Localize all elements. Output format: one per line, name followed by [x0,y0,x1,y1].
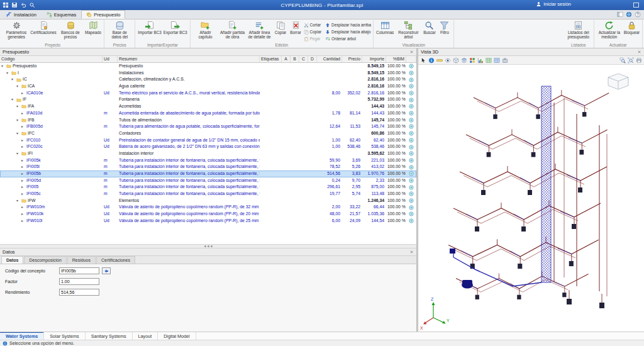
expander-icon[interactable]: ▸ [21,177,25,184]
budget-row-ifi005[interactable]: ▸IFI005mTubería para instalación interio… [0,184,416,191]
base-de-datos-del-proyecto-button[interactable]: Base de datos del proyecto [106,20,133,40]
budget-row-ifb[interactable]: ▾IFBTubos de alimentación145,74100.00 % [0,117,416,124]
row-plus-icon[interactable] [409,151,414,156]
bottom-tab-layout[interactable]: Layout [133,332,158,340]
rendimiento-input[interactable] [59,289,99,296]
certificaciones-button[interactable]: Certificaciones [30,20,57,36]
anadir-partida-de-obra-button[interactable]: Añadir partida de obra [219,20,246,40]
expander-icon[interactable]: ▸ [21,137,25,144]
expander-icon[interactable]: ▾ [16,130,20,137]
budget-row-ica[interactable]: ▾ICAAgua caliente2.816,16100.00 % [0,83,416,90]
row-plus-icon[interactable] [409,158,414,163]
row-plus-icon[interactable] [409,118,414,123]
tab-presupuesto[interactable]: Presupuesto [81,10,125,19]
expander-icon[interactable]: ▾ [11,76,15,83]
row-plus-icon[interactable] [409,198,414,203]
col-header-codigo[interactable]: Código [0,56,103,62]
factor-input[interactable] [59,278,99,285]
budget-row-ifc[interactable]: ▾IFCContadores600,86100.00 % [0,130,416,137]
bottom-tab-sanitary-systems[interactable]: Sanitary Systems [86,332,133,340]
col-header-ud[interactable]: Ud [103,56,118,62]
cortar-button[interactable]: Cortar [304,23,322,28]
codigo-del-concepto-input[interactable] [59,267,99,274]
copiar-button[interactable]: Copiar [274,20,288,36]
reconstruir-arbol-button[interactable]: Reconstruir árbol [395,20,421,40]
row-plus-icon[interactable] [409,185,414,190]
row-plus-icon[interactable] [409,111,414,116]
expander-icon[interactable]: ▾ [16,150,20,157]
importar-bc3-button[interactable]: Importar BC3 [137,20,162,36]
listados-del-presupuesto-button[interactable]: Listados del presupuesto [565,20,592,40]
bluegrid-button[interactable] [494,57,500,64]
window-widget-icon[interactable] [633,3,639,8]
datos-tab-descomposicion[interactable]: Descomposición [24,256,66,264]
chart-button[interactable] [477,57,484,64]
row-plus-icon[interactable] [409,124,414,129]
expander-icon[interactable]: ▸ [21,191,25,198]
expander-icon[interactable]: ▸ [21,218,25,225]
row-plus-icon[interactable] [409,145,414,150]
mapeado-button[interactable]: Mapeado [84,20,102,36]
datos-tab-residuos[interactable]: Residuos [67,256,96,264]
expander-icon[interactable]: ▾ [16,103,20,110]
expander-icon[interactable]: ▾ [16,117,20,124]
pegar-button[interactable]: Pegar [304,36,322,42]
col-header-d[interactable]: D [308,56,317,62]
pointer-button[interactable] [420,57,426,64]
budget-row-ifi005k[interactable]: ▸IFI005kmTubería para instalación interi… [0,157,416,164]
expander-icon[interactable]: ▾ [6,70,10,77]
row-plus-icon[interactable] [409,211,414,216]
budget-row-ifw010k[interactable]: ▸IFW010kUdVálvula de asiento de poliprop… [0,211,416,218]
login-button[interactable]: Iniciar sesión [536,1,571,7]
budget-row-presupuesto[interactable]: ▾PresupuestoPresupuesto8.549,15100.00 % [0,63,416,70]
expander-icon[interactable]: ▸ [21,164,25,170]
help-button[interactable] [635,11,641,18]
budget-row-ica010e[interactable]: ▸ICA010eUdTermo eléctrico para el servic… [0,90,416,97]
expander-icon[interactable]: ▾ [16,198,20,204]
col-header-bim[interactable]: %BIM [386,56,406,62]
row-plus-icon[interactable] [409,218,414,223]
expander-icon[interactable]: ▸ [21,110,25,117]
close-icon[interactable] [637,50,641,54]
datos-tab-datos[interactable]: Datos [1,256,23,264]
undo-button[interactable] [20,2,26,8]
desplazar-hacia-arriba-button[interactable]: Desplazar hacia arriba [325,23,371,28]
expander-icon[interactable]: ▸ [21,170,25,177]
expander-icon[interactable]: ▸ [21,204,25,211]
tablegrid-button[interactable] [486,57,492,64]
expander-icon[interactable]: ▸ [21,184,25,191]
budget-row-ifi005b[interactable]: ▸IFI005bmTubería para instalación interi… [0,170,416,177]
measure-button[interactable] [436,57,443,64]
zoom-button[interactable] [29,2,35,8]
col-header-cantidad[interactable]: Cantidad [317,56,342,62]
anadir-linea-de-detalle-de-button[interactable]: Añadir línea de detalle de ... [247,20,273,40]
budget-row-ifa[interactable]: ▾IFAAcometidas144,43100.00 % [0,103,416,110]
budget-row-ifa010d[interactable]: ▸IFA010dmAcometida enterrada de abasteci… [0,110,416,117]
budget-row-ifc020c[interactable]: ▸IFC020cUdBatería de acero galvanizado, … [0,143,416,150]
budget-row-ifw[interactable]: ▾IFWElementos1.246,34100.00 % [0,198,416,204]
budget-row-ifi005d[interactable]: ▸IFI005dmTubería para instalación interi… [0,177,416,184]
save-button[interactable] [11,2,18,8]
horizontal-splitter[interactable] [0,244,416,248]
budget-row-ifw010m[interactable]: ▸IFW010mUdVálvula de asiento de poliprop… [0,204,416,211]
tab-esquemas[interactable]: Esquemas [42,10,81,19]
palette-button[interactable] [469,57,475,64]
box-button[interactable] [453,57,459,64]
col-header-etiquetas[interactable]: Etiquetas [260,56,282,62]
tab-instalacion[interactable]: Instalación [1,10,42,19]
row-plus-icon[interactable] [409,70,414,75]
row-plus-icon[interactable] [409,205,414,210]
desplazar-hacia-abajo-button[interactable]: Desplazar hacia abajo [325,30,371,35]
row-plus-icon[interactable] [409,77,414,82]
row-plus-icon[interactable] [409,191,414,196]
col-header-a[interactable]: A [282,56,291,62]
anadir-capitulo-button[interactable]: Añadir capítulo [192,20,219,40]
buscar-button[interactable]: Buscar [422,20,436,36]
bloquear-button[interactable]: Bloquear [623,20,640,36]
camera-button[interactable] [502,57,508,64]
borrar-button[interactable]: Borrar [289,20,303,36]
budget-row-ifc010[interactable]: ▸IFC010UdPreinstalación de contador gene… [0,137,416,144]
row-plus-icon[interactable] [409,165,414,170]
filtro-button[interactable]: Filtro [437,20,452,36]
columnas-button[interactable]: Columnas [375,20,394,36]
